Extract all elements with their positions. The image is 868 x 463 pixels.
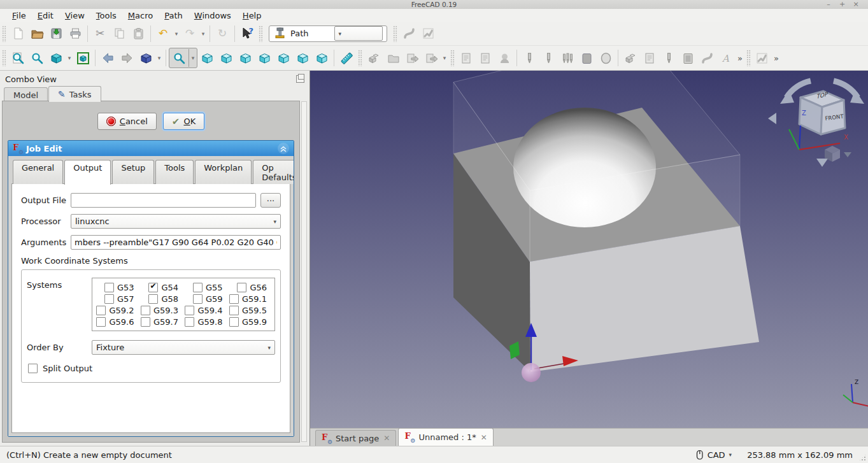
scene-inspector-icon[interactable] [399, 24, 418, 43]
checkbox[interactable] [229, 306, 239, 315]
copy-icon[interactable] [110, 24, 129, 43]
draw-style-icon[interactable] [46, 48, 66, 68]
maximize-button[interactable]: + [837, 0, 848, 9]
zoom-region-icon[interactable] [169, 48, 189, 68]
tab-tools[interactable]: Tools [155, 160, 194, 184]
wcs-option-g57[interactable]: G57 [95, 293, 139, 304]
checkbox[interactable] [104, 283, 114, 292]
post-process-icon[interactable] [476, 48, 495, 68]
view-bottom-icon[interactable] [293, 48, 312, 68]
checkbox[interactable] [148, 294, 158, 304]
open-file-icon[interactable] [27, 24, 46, 43]
selection-view-icon[interactable] [73, 48, 92, 68]
checkbox[interactable] [229, 317, 239, 327]
wcs-option-g59-6[interactable]: G59.6 [95, 316, 139, 327]
task-panel-scrollbar[interactable] [301, 101, 307, 442]
draw-style-caret[interactable]: ▾ [66, 48, 73, 68]
drill-set-icon[interactable] [558, 48, 577, 68]
menu-tools[interactable]: Tools [90, 10, 122, 21]
axonometric-view-icon[interactable] [136, 48, 155, 68]
view-rear-icon[interactable] [274, 48, 293, 68]
cancel-button[interactable]: Cancel [97, 113, 157, 130]
checkbox[interactable] [148, 283, 158, 292]
close-button[interactable]: × [850, 0, 862, 9]
tab-setup[interactable]: Setup [112, 160, 154, 184]
collapse-icon[interactable] [278, 143, 289, 154]
view-isometric-icon[interactable] [197, 48, 217, 68]
dependency-graph-icon[interactable] [418, 24, 438, 43]
deburr-op-icon[interactable] [753, 48, 772, 68]
float-panel-icon[interactable] [296, 75, 304, 83]
redo-icon[interactable]: ↷ [180, 24, 199, 43]
nav-style-value[interactable]: CAD [708, 450, 725, 460]
toolpath-share-caret[interactable]: ▾ [441, 48, 448, 68]
wcs-option-g59-8[interactable]: G59.8 [183, 316, 228, 327]
wcs-option-g54[interactable]: G54 [139, 281, 184, 293]
menu-file[interactable]: File [6, 10, 32, 21]
tab-workplan[interactable]: Workplan [195, 160, 252, 184]
checkbox[interactable] [141, 317, 150, 327]
wcs-option-g53[interactable]: G53 [95, 281, 139, 293]
wcs-option-g59-5[interactable]: G59.5 [228, 304, 273, 316]
checkbox[interactable] [185, 317, 194, 327]
doc-tab-unnamed[interactable]: F⚙ Unnamed : 1* ✕ [398, 428, 493, 446]
refresh-icon[interactable]: ↻ [213, 24, 232, 43]
checkbox[interactable] [104, 294, 114, 304]
menu-windows[interactable]: Windows [189, 10, 237, 21]
wcs-option-g59-9[interactable]: G59.9 [228, 316, 273, 327]
wcs-option-g58[interactable]: G58 [139, 293, 184, 304]
menu-view[interactable]: View [59, 10, 90, 21]
zoom-region-button[interactable]: ▾ [169, 48, 197, 68]
menu-help[interactable]: Help [237, 10, 267, 21]
view-right-icon[interactable] [255, 48, 274, 68]
wcs-option-g59-1[interactable]: G59.1 [228, 293, 273, 304]
split-output-option[interactable]: Split Output [28, 364, 275, 373]
checkbox[interactable] [193, 294, 203, 304]
tool-controller-icon[interactable] [520, 48, 539, 68]
doc-tab-start-page[interactable]: F⚙ Start page ✕ [315, 430, 396, 446]
whats-this-icon[interactable]: ? [238, 24, 257, 43]
helix-op-icon[interactable] [697, 48, 716, 68]
output-file-input[interactable] [71, 193, 256, 208]
undo-icon[interactable]: ↶ [153, 24, 173, 43]
print-icon[interactable] [66, 24, 85, 43]
toolbit-dock-icon[interactable] [539, 48, 558, 68]
wcs-option-g59-3[interactable]: G59.3 [139, 304, 184, 316]
checkbox[interactable] [96, 317, 106, 327]
profile-op-icon[interactable] [621, 48, 640, 68]
wcs-option-g55[interactable]: G55 [183, 281, 228, 293]
arguments-input[interactable] [71, 235, 281, 250]
toolpath-folder-icon[interactable] [383, 48, 402, 68]
checkbox[interactable] [185, 306, 194, 315]
save-icon[interactable] [46, 24, 66, 43]
menu-edit[interactable]: Edit [32, 10, 59, 21]
toolbar-overflow-icon[interactable]: » [736, 53, 744, 63]
chevron-down-icon[interactable]: ▾ [729, 452, 732, 458]
paste-icon[interactable] [129, 24, 148, 43]
nav-back-icon[interactable] [98, 48, 117, 68]
toolpath-share-icon[interactable] [422, 48, 441, 68]
menu-path[interactable]: Path [159, 10, 189, 21]
redo-dropdown-caret[interactable]: ▾ [199, 24, 207, 43]
menu-macro[interactable]: Macro [122, 10, 159, 21]
tab-tasks[interactable]: ✎ Tasks [48, 86, 101, 102]
checkbox[interactable] [237, 283, 246, 292]
checkbox[interactable] [193, 283, 203, 292]
browse-button[interactable]: ... [260, 193, 281, 208]
wcs-option-g59-4[interactable]: G59.4 [183, 304, 228, 316]
sanity-check-icon[interactable] [495, 48, 514, 68]
toolpath-export-icon[interactable] [402, 48, 422, 68]
wcs-option-g56[interactable]: G56 [228, 281, 273, 293]
navigation-cube[interactable]: TOP FRONT Z X [768, 81, 868, 167]
ok-button[interactable]: ✔ OK [163, 113, 204, 130]
new-document-icon[interactable] [8, 24, 27, 43]
split-output-checkbox[interactable] [28, 364, 38, 373]
fit-all-icon[interactable] [8, 48, 27, 68]
face-op-icon[interactable] [678, 48, 697, 68]
minimize-button[interactable]: – [823, 0, 834, 9]
toolpath-body-icon[interactable] [364, 48, 383, 68]
axonometric-caret[interactable]: ▾ [155, 48, 163, 68]
simulator-icon[interactable] [577, 48, 596, 68]
fit-selection-icon[interactable] [27, 48, 46, 68]
measure-distance-icon[interactable] [337, 48, 356, 68]
